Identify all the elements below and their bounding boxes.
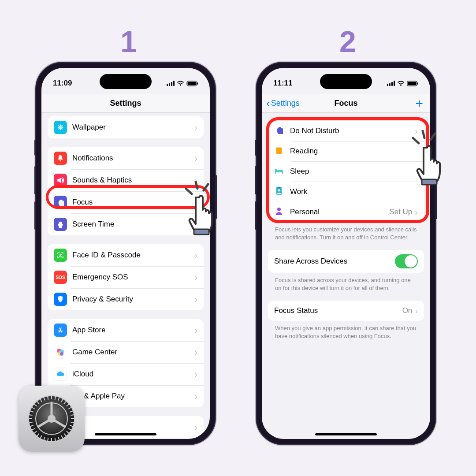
row-work[interactable]: Work	[268, 182, 424, 202]
row-notifications[interactable]: Notifications ›	[48, 147, 204, 169]
chevron-right-icon: ›	[194, 369, 197, 379]
chevron-right-icon: ›	[194, 325, 197, 335]
battery-icon	[186, 81, 198, 86]
row-label: Focus	[72, 198, 192, 207]
svg-line-19	[55, 396, 56, 400]
chevron-right-icon: ›	[194, 219, 197, 230]
row-appstore[interactable]: App Store ›	[48, 319, 204, 341]
toggle-share[interactable]	[395, 254, 418, 268]
status-time: 11:11	[273, 79, 292, 88]
chevron-left-icon: ‹	[266, 97, 270, 110]
back-button[interactable]: ‹ Settings	[266, 97, 300, 110]
row-label: Game Center	[72, 348, 192, 357]
svg-line-35	[55, 438, 56, 441]
svg-point-66	[277, 208, 281, 211]
svg-line-26	[71, 415, 74, 415]
row-sounds[interactable]: Sounds & Haptics ›	[48, 169, 204, 191]
nav-bar: Settings	[41, 94, 210, 113]
svg-point-6	[60, 352, 63, 356]
bed-icon	[274, 167, 284, 176]
screentime-icon	[54, 218, 67, 231]
svg-point-65	[278, 189, 280, 191]
dynamic-island	[100, 74, 152, 89]
row-label: Share Across Devices	[274, 257, 395, 266]
home-indicator	[315, 433, 377, 435]
sounds-icon	[54, 174, 67, 187]
row-label: Focus Status	[274, 306, 402, 315]
wifi-icon	[177, 81, 184, 86]
row-label: Do Not Disturb	[290, 126, 412, 135]
page-title: Settings	[110, 99, 141, 108]
chevron-right-icon: ›	[194, 272, 197, 283]
faceid-icon	[54, 249, 67, 262]
row-label: iCloud	[72, 370, 192, 379]
row-reading[interactable]: Reading	[268, 141, 424, 161]
row-label: Notifications	[72, 154, 192, 163]
chevron-right-icon: ›	[415, 126, 418, 136]
sos-icon: SOS	[54, 271, 67, 284]
row-privacy[interactable]: Privacy & Security ›	[48, 288, 204, 310]
row-status[interactable]: Focus Status On ›	[268, 301, 424, 321]
row-aux: On	[402, 306, 413, 315]
wifi-icon	[397, 81, 405, 86]
row-faceid[interactable]: Face ID & Passcode ›	[48, 244, 204, 266]
dynamic-island	[320, 74, 372, 89]
chevron-right-icon: ›	[194, 422, 197, 432]
home-indicator	[95, 433, 156, 435]
row-sos[interactable]: SOS Emergency SOS ›	[48, 266, 204, 288]
row-wallpaper[interactable]: ❋ Wallpaper ›	[48, 116, 204, 138]
row-label: Emergency SOS	[72, 273, 192, 282]
row-label: ps	[72, 423, 192, 431]
chevron-right-icon: ›	[415, 306, 418, 316]
chevron-right-icon: ›	[194, 175, 197, 186]
svg-rect-2	[197, 82, 198, 85]
row-label: Sleep	[290, 167, 418, 176]
gamecenter-icon	[54, 346, 67, 359]
svg-rect-62	[282, 172, 283, 174]
svg-line-46	[29, 415, 33, 415]
footer-text-2: Focus is shared across your devices, and…	[268, 273, 424, 292]
chevron-right-icon: ›	[194, 347, 197, 357]
chevron-right-icon: ›	[194, 123, 197, 133]
svg-rect-60	[275, 169, 277, 171]
row-focus[interactable]: Focus ›	[48, 191, 204, 213]
chevron-right-icon: ›	[415, 207, 418, 217]
row-icloud[interactable]: iCloud ›	[48, 363, 204, 385]
svg-rect-58	[276, 147, 282, 148]
icloud-icon	[54, 368, 67, 381]
chevron-right-icon: ›	[194, 294, 197, 305]
nav-bar: ‹ Settings Focus +	[262, 94, 430, 113]
row-dnd[interactable]: Do Not Disturb ›	[268, 121, 424, 141]
battery-icon	[407, 81, 419, 86]
svg-line-53	[48, 396, 48, 400]
row-personal[interactable]: Personal Set Up ›	[268, 202, 424, 222]
notifications-icon	[54, 152, 67, 165]
status-time: 11:09	[53, 79, 72, 88]
footer-text-1: Focus lets you customize your devices an…	[268, 222, 424, 241]
chevron-right-icon: ›	[194, 153, 197, 164]
focus-icon	[54, 196, 67, 209]
add-button[interactable]: +	[415, 96, 423, 111]
row-screentime[interactable]: Screen Time ›	[48, 213, 204, 235]
chevron-right-icon: ›	[194, 250, 197, 260]
phone-2: 11:11 ‹ Settings Focus +	[256, 62, 436, 445]
footer-text-3: When you give an app permission, it can …	[268, 321, 424, 340]
row-label: Screen Time	[72, 220, 192, 229]
svg-rect-55	[408, 82, 416, 85]
row-sleep[interactable]: Sleep	[268, 161, 424, 182]
signal-icon	[387, 81, 395, 86]
privacy-icon	[54, 293, 67, 306]
settings-app-icon	[19, 386, 85, 452]
back-label: Settings	[271, 99, 300, 108]
row-label: Privacy & Security	[72, 295, 192, 304]
svg-line-28	[71, 422, 74, 423]
row-share[interactable]: Share Across Devices	[268, 250, 424, 273]
svg-rect-56	[417, 82, 418, 85]
row-label: Wallpaper	[72, 123, 192, 132]
moon-icon	[274, 126, 284, 136]
chevron-right-icon: ›	[194, 197, 197, 208]
svg-rect-64	[278, 187, 280, 188]
badge-icon	[274, 186, 284, 197]
person-icon	[274, 207, 284, 217]
row-gamecenter[interactable]: Game Center ›	[48, 341, 204, 363]
